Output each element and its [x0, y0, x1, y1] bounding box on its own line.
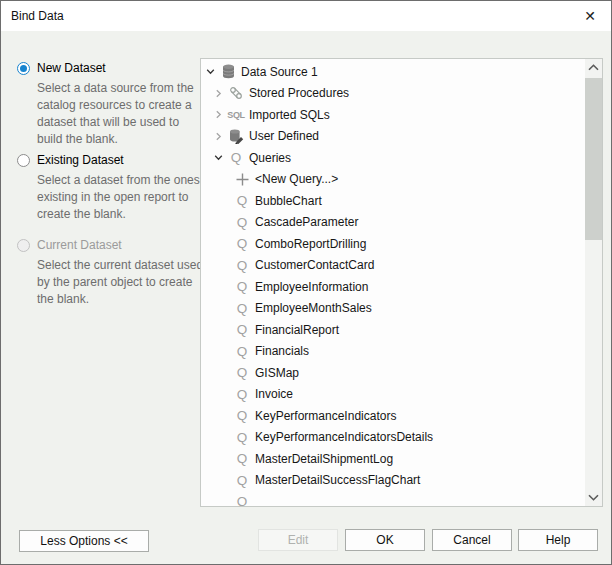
query-icon: Q: [233, 472, 251, 488]
radio-existing-dataset[interactable]: Existing Dataset: [17, 153, 197, 167]
tree-item-label: MasterDetailSuccessFlagChart: [255, 473, 420, 487]
query-icon: Q: [233, 236, 251, 252]
tree-item[interactable]: QCascadeParameter: [204, 212, 585, 234]
radio-button-disabled: [17, 239, 30, 252]
tree-item[interactable]: QKeyPerformanceIndicatorsDetails: [204, 427, 585, 449]
tree-item[interactable]: QEmployeeMonthSales: [204, 298, 585, 320]
bind-data-dialog: Bind Data ✕ New Dataset Select a data so…: [0, 0, 612, 565]
vertical-scrollbar[interactable]: [585, 59, 602, 506]
query-icon: Q: [233, 386, 251, 402]
query-icon: Q: [233, 322, 251, 338]
tree-item-label: EmployeeInformation: [255, 280, 368, 294]
chevron-right-icon[interactable]: [214, 88, 227, 98]
chevron-down-icon: [588, 494, 599, 501]
scroll-down-button[interactable]: [585, 489, 602, 506]
option-description: Select a dataset from the ones existing …: [37, 172, 205, 223]
tree-item[interactable]: <New Query...>: [204, 169, 585, 191]
tree-item-label: <New Query...>: [255, 172, 338, 186]
less-options-button[interactable]: Less Options <<: [19, 530, 149, 552]
tree-item-label: Financials: [255, 344, 309, 358]
tree-item-label: FinancialReport: [255, 323, 339, 337]
tree-item[interactable]: QInvoice: [204, 384, 585, 406]
tree-item[interactable]: QMasterDetailShipmentLog: [204, 448, 585, 470]
query-icon: Q: [233, 193, 251, 209]
radio-button-selected[interactable]: [17, 62, 30, 75]
query-icon: Q: [233, 257, 251, 273]
tree-item-label: CustomerContactCard: [255, 258, 374, 272]
query-icon: Q: [233, 343, 251, 359]
database-icon: [219, 64, 237, 80]
tree-item[interactable]: SQLImported SQLs: [204, 104, 585, 126]
option-group-existing-dataset: Existing Dataset Select a dataset from t…: [17, 153, 197, 223]
query-icon: Q: [233, 365, 251, 381]
tree-item-label: BubbleChart: [255, 194, 322, 208]
help-button[interactable]: Help: [518, 529, 598, 551]
chevron-down-icon[interactable]: [214, 153, 227, 163]
tree-item-label: Stored Procedures: [249, 86, 349, 100]
tree-item[interactable]: QFinancialReport: [204, 319, 585, 341]
tree-item[interactable]: QFinancials: [204, 341, 585, 363]
radio-button-unselected[interactable]: [17, 154, 30, 167]
sql-icon: SQL: [227, 107, 245, 123]
scroll-up-button[interactable]: [585, 59, 602, 76]
tree-item[interactable]: Q: [204, 491, 585, 506]
tree-item-label: ComboReportDrilling: [255, 237, 366, 251]
tree-item[interactable]: Data Source 1: [204, 61, 585, 83]
chevron-right-icon[interactable]: [214, 131, 227, 141]
query-icon: Q: [227, 150, 245, 166]
stored-procedure-icon: [227, 85, 245, 101]
plus-icon: [233, 171, 251, 187]
cancel-button[interactable]: Cancel: [432, 529, 512, 551]
tree-item[interactable]: QEmployeeInformation: [204, 276, 585, 298]
close-button[interactable]: ✕: [575, 3, 605, 29]
tree-item-label: KeyPerformanceIndicatorsDetails: [255, 430, 433, 444]
chevron-up-icon: [588, 64, 599, 71]
option-group-new-dataset: New Dataset Select a data source from th…: [17, 61, 197, 148]
tree-item[interactable]: User Defined: [204, 126, 585, 148]
data-source-tree: Data Source 1Stored ProceduresSQLImporte…: [201, 59, 585, 506]
edit-button: Edit: [258, 529, 338, 551]
tree-item[interactable]: QComboReportDrilling: [204, 233, 585, 255]
dialog-title: Bind Data: [11, 9, 64, 23]
option-description: Select a data source from the catalog re…: [37, 80, 205, 148]
tree-item[interactable]: QMasterDetailSuccessFlagChart: [204, 470, 585, 492]
tree-item[interactable]: QGISMap: [204, 362, 585, 384]
query-icon: Q: [233, 279, 251, 295]
query-icon: Q: [233, 429, 251, 445]
query-icon: Q: [233, 494, 251, 506]
tree-item-label: MasterDetailShipmentLog: [255, 452, 393, 466]
tree-item-label: User Defined: [249, 129, 319, 143]
tree-item[interactable]: QCustomerContactCard: [204, 255, 585, 277]
option-label: Current Dataset: [37, 238, 122, 252]
chevron-right-icon[interactable]: [214, 110, 227, 120]
tree-item[interactable]: QKeyPerformanceIndicators: [204, 405, 585, 427]
tree-item-label: KeyPerformanceIndicators: [255, 409, 396, 423]
tree-item-label: Queries: [249, 151, 291, 165]
option-description: Select the current dataset used by the p…: [37, 257, 205, 308]
radio-new-dataset[interactable]: New Dataset: [17, 61, 197, 75]
tree-item[interactable]: QQueries: [204, 147, 585, 169]
ok-button[interactable]: OK: [345, 529, 425, 551]
tree-item-label: EmployeeMonthSales: [255, 301, 372, 315]
tree-item-label: Invoice: [255, 387, 293, 401]
tree-item-label: Imported SQLs: [249, 108, 330, 122]
user-defined-icon: [227, 128, 245, 144]
scrollbar-thumb[interactable]: [585, 78, 602, 240]
data-source-tree-panel: Data Source 1Stored ProceduresSQLImporte…: [200, 58, 603, 507]
titlebar: Bind Data ✕: [1, 1, 611, 31]
tree-item-label: GISMap: [255, 366, 299, 380]
query-icon: Q: [233, 300, 251, 316]
close-icon: ✕: [584, 8, 596, 24]
chevron-down-icon[interactable]: [206, 67, 219, 77]
query-icon: Q: [233, 408, 251, 424]
query-icon: Q: [233, 214, 251, 230]
tree-item-label: Data Source 1: [241, 65, 318, 79]
option-label[interactable]: Existing Dataset: [37, 153, 124, 167]
query-icon: Q: [233, 451, 251, 467]
option-label[interactable]: New Dataset: [37, 61, 106, 75]
option-group-current-dataset: Current Dataset Select the current datas…: [17, 238, 197, 308]
tree-item-label: CascadeParameter: [255, 215, 358, 229]
tree-item[interactable]: Stored Procedures: [204, 83, 585, 105]
tree-item[interactable]: QBubbleChart: [204, 190, 585, 212]
radio-current-dataset: Current Dataset: [17, 238, 197, 252]
